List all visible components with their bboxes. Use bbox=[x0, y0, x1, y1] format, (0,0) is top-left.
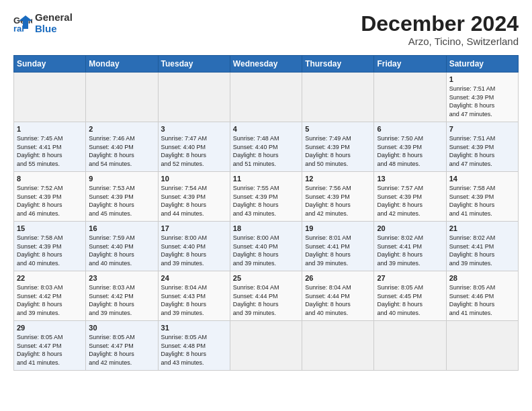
calendar-cell: 13 Sunrise: 7:57 AMSunset: 4:39 PMDaylig… bbox=[374, 172, 446, 222]
calendar-cell: 1 Sunrise: 7:51 AMSunset: 4:39 PMDayligh… bbox=[446, 73, 518, 122]
day-number: 1 bbox=[449, 75, 515, 83]
day-info: Sunrise: 7:53 AMSunset: 4:39 PMDaylight:… bbox=[89, 185, 135, 217]
day-info: Sunrise: 7:45 AMSunset: 4:41 PMDaylight:… bbox=[17, 135, 63, 167]
day-number: 26 bbox=[305, 274, 371, 282]
calendar-cell: 9 Sunrise: 7:53 AMSunset: 4:39 PMDayligh… bbox=[86, 172, 158, 222]
day-number: 30 bbox=[89, 324, 154, 332]
calendar-cell: 26 Sunrise: 8:04 AMSunset: 4:44 PMDaylig… bbox=[302, 271, 374, 321]
calendar-cell: 18 Sunrise: 8:00 AMSunset: 4:40 PMDaylig… bbox=[230, 222, 302, 271]
logo-text: General Blue bbox=[35, 12, 73, 34]
calendar-cell: 12 Sunrise: 7:56 AMSunset: 4:39 PMDaylig… bbox=[302, 172, 374, 222]
day-number: 13 bbox=[377, 175, 443, 183]
day-number: 3 bbox=[161, 125, 227, 133]
calendar-week-row: 1 Sunrise: 7:45 AMSunset: 4:41 PMDayligh… bbox=[14, 122, 519, 172]
calendar-cell: 1 Sunrise: 7:45 AMSunset: 4:41 PMDayligh… bbox=[14, 122, 86, 172]
day-number: 5 bbox=[305, 125, 371, 133]
calendar-cell: 6 Sunrise: 7:50 AMSunset: 4:39 PMDayligh… bbox=[374, 122, 446, 172]
calendar-cell: 23 Sunrise: 8:03 AMSunset: 4:42 PMDaylig… bbox=[86, 271, 158, 321]
logo-icon: Gene ral bbox=[13, 14, 32, 33]
calendar-cell: 31 Sunrise: 8:05 AMSunset: 4:48 PMDaylig… bbox=[158, 321, 230, 371]
day-number: 21 bbox=[449, 224, 515, 232]
day-info: Sunrise: 7:46 AMSunset: 4:40 PMDaylight:… bbox=[89, 135, 135, 167]
day-number: 20 bbox=[377, 224, 443, 232]
calendar-body: 1 Sunrise: 7:51 AMSunset: 4:39 PMDayligh… bbox=[14, 73, 519, 371]
day-number: 23 bbox=[89, 274, 154, 282]
day-info: Sunrise: 7:47 AMSunset: 4:40 PMDaylight:… bbox=[161, 135, 208, 167]
day-number: 11 bbox=[233, 175, 299, 183]
calendar-table: Sunday Monday Tuesday Wednesday Thursday… bbox=[13, 55, 519, 371]
day-info: Sunrise: 7:51 AMSunset: 4:39 PMDaylight:… bbox=[449, 85, 496, 118]
calendar-cell: 25 Sunrise: 8:04 AMSunset: 4:44 PMDaylig… bbox=[230, 271, 302, 321]
day-info: Sunrise: 7:50 AMSunset: 4:39 PMDaylight:… bbox=[377, 135, 423, 167]
calendar-cell bbox=[374, 321, 446, 371]
day-info: Sunrise: 8:05 AMSunset: 4:46 PMDaylight:… bbox=[449, 284, 496, 316]
day-number: 7 bbox=[449, 125, 515, 133]
day-number: 12 bbox=[305, 175, 371, 183]
day-info: Sunrise: 8:05 AMSunset: 4:47 PMDaylight:… bbox=[17, 334, 63, 366]
calendar-cell bbox=[374, 73, 446, 122]
title-block: December 2024 Arzo, Ticino, Switzerland bbox=[361, 12, 519, 47]
day-info: Sunrise: 7:57 AMSunset: 4:39 PMDaylight:… bbox=[377, 185, 423, 217]
calendar-cell: 14 Sunrise: 7:58 AMSunset: 4:39 PMDaylig… bbox=[446, 172, 518, 222]
day-number: 19 bbox=[305, 224, 371, 232]
day-number: 24 bbox=[161, 274, 227, 282]
calendar-cell: 21 Sunrise: 8:02 AMSunset: 4:41 PMDaylig… bbox=[446, 222, 518, 271]
calendar-cell: 30 Sunrise: 8:05 AMSunset: 4:47 PMDaylig… bbox=[86, 321, 158, 371]
day-info: Sunrise: 7:49 AMSunset: 4:39 PMDaylight:… bbox=[305, 135, 351, 167]
day-number: 25 bbox=[233, 274, 299, 282]
day-info: Sunrise: 8:04 AMSunset: 4:44 PMDaylight:… bbox=[305, 284, 351, 316]
day-info: Sunrise: 7:52 AMSunset: 4:39 PMDaylight:… bbox=[17, 185, 63, 217]
calendar-cell bbox=[302, 73, 374, 122]
calendar-cell bbox=[86, 73, 158, 122]
day-number: 14 bbox=[449, 175, 515, 183]
day-info: Sunrise: 8:02 AMSunset: 4:41 PMDaylight:… bbox=[449, 234, 496, 267]
svg-text:ral: ral bbox=[13, 24, 24, 33]
day-info: Sunrise: 7:59 AMSunset: 4:40 PMDaylight:… bbox=[89, 234, 135, 267]
day-info: Sunrise: 8:04 AMSunset: 4:44 PMDaylight:… bbox=[233, 284, 279, 316]
calendar-cell: 11 Sunrise: 7:55 AMSunset: 4:39 PMDaylig… bbox=[230, 172, 302, 222]
calendar-cell: 24 Sunrise: 8:04 AMSunset: 4:43 PMDaylig… bbox=[158, 271, 230, 321]
calendar-cell: 29 Sunrise: 8:05 AMSunset: 4:47 PMDaylig… bbox=[14, 321, 86, 371]
day-number: 16 bbox=[89, 224, 154, 232]
calendar-cell: 22 Sunrise: 8:03 AMSunset: 4:42 PMDaylig… bbox=[14, 271, 86, 321]
calendar-cell bbox=[230, 73, 302, 122]
calendar-cell: 16 Sunrise: 7:59 AMSunset: 4:40 PMDaylig… bbox=[86, 222, 158, 271]
day-number: 15 bbox=[17, 224, 83, 232]
calendar-cell: 3 Sunrise: 7:47 AMSunset: 4:40 PMDayligh… bbox=[158, 122, 230, 172]
day-number: 9 bbox=[89, 175, 154, 183]
day-info: Sunrise: 8:04 AMSunset: 4:43 PMDaylight:… bbox=[161, 284, 208, 316]
day-number: 22 bbox=[17, 274, 83, 282]
header-row: Sunday Monday Tuesday Wednesday Thursday… bbox=[14, 56, 519, 73]
day-number: 29 bbox=[17, 324, 83, 332]
calendar-cell bbox=[14, 73, 86, 122]
day-number: 10 bbox=[161, 175, 227, 183]
calendar-cell: 7 Sunrise: 7:51 AMSunset: 4:39 PMDayligh… bbox=[446, 122, 518, 172]
day-info: Sunrise: 8:05 AMSunset: 4:48 PMDaylight:… bbox=[161, 334, 208, 366]
day-info: Sunrise: 7:56 AMSunset: 4:39 PMDaylight:… bbox=[305, 185, 351, 217]
calendar-title: December 2024 bbox=[361, 12, 519, 36]
day-info: Sunrise: 8:02 AMSunset: 4:41 PMDaylight:… bbox=[377, 234, 423, 267]
day-number: 17 bbox=[161, 224, 227, 232]
col-wednesday: Wednesday bbox=[230, 56, 302, 73]
day-number: 6 bbox=[377, 125, 443, 133]
col-monday: Monday bbox=[86, 56, 158, 73]
col-tuesday: Tuesday bbox=[158, 56, 230, 73]
day-number: 8 bbox=[17, 175, 83, 183]
calendar-week-row: 1 Sunrise: 7:51 AMSunset: 4:39 PMDayligh… bbox=[14, 73, 519, 122]
day-number: 2 bbox=[89, 125, 154, 133]
page: Gene ral General Blue December 2024 Arzo… bbox=[0, 0, 532, 411]
calendar-week-row: 22 Sunrise: 8:03 AMSunset: 4:42 PMDaylig… bbox=[14, 271, 519, 321]
calendar-cell: 10 Sunrise: 7:54 AMSunset: 4:39 PMDaylig… bbox=[158, 172, 230, 222]
col-saturday: Saturday bbox=[446, 56, 518, 73]
day-info: Sunrise: 7:51 AMSunset: 4:39 PMDaylight:… bbox=[449, 135, 496, 167]
calendar-cell bbox=[230, 321, 302, 371]
calendar-cell: 8 Sunrise: 7:52 AMSunset: 4:39 PMDayligh… bbox=[14, 172, 86, 222]
day-info: Sunrise: 8:05 AMSunset: 4:47 PMDaylight:… bbox=[89, 334, 135, 366]
day-info: Sunrise: 8:03 AMSunset: 4:42 PMDaylight:… bbox=[17, 284, 63, 316]
calendar-week-row: 29 Sunrise: 8:05 AMSunset: 4:47 PMDaylig… bbox=[14, 321, 519, 371]
day-info: Sunrise: 8:03 AMSunset: 4:42 PMDaylight:… bbox=[89, 284, 135, 316]
calendar-cell: 17 Sunrise: 8:00 AMSunset: 4:40 PMDaylig… bbox=[158, 222, 230, 271]
calendar-cell bbox=[446, 321, 518, 371]
day-info: Sunrise: 8:00 AMSunset: 4:40 PMDaylight:… bbox=[161, 234, 208, 267]
calendar-cell: 27 Sunrise: 8:05 AMSunset: 4:45 PMDaylig… bbox=[374, 271, 446, 321]
